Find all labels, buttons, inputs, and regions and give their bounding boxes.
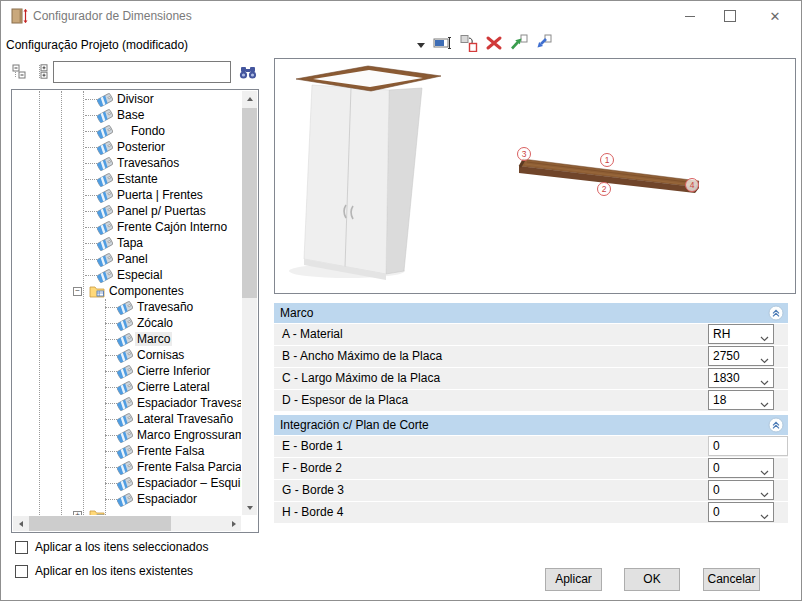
rename-configuration-button[interactable] <box>431 33 455 53</box>
tree-item-componentes[interactable]: −Componentes <box>13 283 241 299</box>
edge-badge-3: 3 <box>518 148 531 161</box>
tree-item-divisor[interactable]: Divisor <box>13 91 241 107</box>
expand-node-icon[interactable]: + <box>73 511 82 515</box>
tag-icon <box>117 364 133 378</box>
cancel-button[interactable]: Cancelar <box>703 568 760 591</box>
tree-horizontal-scrollbar[interactable] <box>13 516 241 531</box>
tree-item-espaciador[interactable]: Espaciador <box>13 491 241 507</box>
tree-connector-line <box>105 355 117 356</box>
property-dropdown[interactable]: 0 <box>708 458 774 478</box>
tree-connector-line <box>85 115 97 116</box>
property-input[interactable]: 0 <box>708 436 788 456</box>
property-label: H - Borde 4 <box>282 502 343 523</box>
tag-icon <box>97 204 113 218</box>
collapse-all-button[interactable] <box>11 61 27 83</box>
checkbox-icon[interactable] <box>15 565 28 578</box>
tree-item-folder[interactable]: + <box>13 507 241 515</box>
tree-item-marco[interactable]: Marco <box>13 331 241 347</box>
checkbox-icon[interactable] <box>15 541 28 554</box>
chevron-down-icon[interactable] <box>760 397 769 411</box>
configuration-dropdown-caret-icon[interactable] <box>417 43 425 48</box>
tree-search-input[interactable] <box>53 61 231 83</box>
tree-item-cornisas[interactable]: Cornisas <box>13 347 241 363</box>
find-button[interactable] <box>237 62 259 82</box>
vertical-scroll-thumb[interactable] <box>242 108 257 298</box>
scroll-down-button[interactable] <box>242 500 257 515</box>
edge-badge-2: 2 <box>598 183 611 196</box>
property-dropdown[interactable]: RH <box>708 324 774 344</box>
horizontal-scroll-thumb[interactable] <box>29 516 171 531</box>
tree-item-posterior[interactable]: Posterior <box>13 139 241 155</box>
property-dropdown[interactable]: 0 <box>708 502 774 522</box>
tree-item-frente-falsa-parcial[interactable]: Frente Falsa Parcial <box>13 459 241 475</box>
property-dropdown[interactable]: 18 <box>708 390 774 410</box>
tree-item-espaciador-esquine[interactable]: Espaciador – Esquine <box>13 475 241 491</box>
tree-item-cierre-inferior[interactable]: Cierre Inferior <box>13 363 241 379</box>
ok-button[interactable]: OK <box>624 568 680 591</box>
tree-item-fondo[interactable]: Fondo <box>13 123 241 139</box>
tree-item-cierre-lateral[interactable]: Cierre Lateral <box>13 379 241 395</box>
chevron-down-icon[interactable] <box>760 487 769 501</box>
tree-vertical-scrollbar[interactable] <box>242 91 257 515</box>
tag-icon <box>97 92 113 106</box>
chevron-down-icon[interactable] <box>760 509 769 523</box>
apply-existing-items-option[interactable]: Aplicar en los itens existentes <box>15 564 193 578</box>
title-bar: Configurador de Dimensiones ✕ <box>1 1 801 31</box>
tree-item-z-calo[interactable]: Zócalo <box>13 315 241 331</box>
collapse-section-icon[interactable] <box>768 417 784 433</box>
close-button[interactable]: ✕ <box>754 1 796 31</box>
tree-item-label: Cornisas <box>135 348 186 362</box>
apply-selected-items-option[interactable]: Aplicar a los itens seleccionados <box>15 540 208 554</box>
tree-item-lateral-travesa-o[interactable]: Lateral Travesaño <box>13 411 241 427</box>
import-configuration-button[interactable] <box>530 33 554 53</box>
tree-item-label: Marco <box>135 332 172 346</box>
scroll-right-button[interactable] <box>226 516 241 531</box>
chevron-down-icon[interactable] <box>760 375 769 389</box>
tree-item-marco-engrossurame[interactable]: Marco Engrossurame <box>13 427 241 443</box>
collapse-section-icon[interactable] <box>768 305 784 321</box>
tree-item-frente-falsa[interactable]: Frente Falsa <box>13 443 241 459</box>
copy-configuration-button[interactable] <box>457 33 481 53</box>
delete-configuration-button[interactable] <box>482 33 506 53</box>
tree-item-label: Zócalo <box>135 316 175 330</box>
tree-item-especial[interactable]: Especial <box>13 267 241 283</box>
scroll-up-button[interactable] <box>242 91 257 106</box>
export-configuration-button[interactable] <box>506 33 530 53</box>
tree-item-travesa-os[interactable]: Travesaños <box>13 155 241 171</box>
tree-item-label: Travesaños <box>115 156 181 170</box>
tree-item-estante[interactable]: Estante <box>13 171 241 187</box>
chevron-down-icon[interactable] <box>760 331 769 345</box>
chevron-down-icon[interactable] <box>760 353 769 367</box>
tag-icon <box>117 492 133 506</box>
property-dropdown[interactable]: 0 <box>708 480 774 500</box>
tag-icon <box>97 124 113 138</box>
collapse-node-icon[interactable]: − <box>73 287 82 296</box>
tree-item-tapa[interactable]: Tapa <box>13 235 241 251</box>
tag-icon <box>117 380 133 394</box>
folder-icon <box>89 284 105 298</box>
svg-text:3: 3 <box>522 149 527 159</box>
apply-button[interactable]: Aplicar <box>545 568 602 591</box>
section-marco: MarcoA - MaterialRHB - Ancho Máximo de l… <box>274 303 788 411</box>
section-integracion: Integración c/ Plan de CorteE - Borde 10… <box>274 415 788 523</box>
minimize-button[interactable] <box>669 1 711 31</box>
tree-item-frente-caj-n-interno[interactable]: Frente Cajón Interno <box>13 219 241 235</box>
property-row-d-espesor-de-la-placa: D - Espesor de la Placa18 <box>274 390 788 411</box>
maximize-button[interactable] <box>709 1 751 31</box>
tree-item-espaciador-travesa[interactable]: Espaciador Travesañ <box>13 395 241 411</box>
tag-icon <box>97 156 113 170</box>
property-dropdown[interactable]: 1830 <box>708 368 774 388</box>
scroll-left-button[interactable] <box>13 516 28 531</box>
3d-preview-panel[interactable]: 1234 <box>274 58 796 294</box>
property-dropdown[interactable]: 2750 <box>708 346 774 366</box>
tree-item-puerta-frentes[interactable]: Puerta | Frentes <box>13 187 241 203</box>
tree-item-base[interactable]: Base <box>13 107 241 123</box>
tree-item-panel[interactable]: Panel <box>13 251 241 267</box>
property-label: B - Ancho Máximo de la Placa <box>282 346 442 367</box>
tree-item-travesa-o[interactable]: Travesaño <box>13 299 241 315</box>
tree-item-panel-p-puertas[interactable]: Panel p/ Puertas <box>13 203 241 219</box>
delete-icon <box>485 35 503 51</box>
tree-connector-line <box>105 451 117 452</box>
expand-all-button[interactable] <box>35 61 51 83</box>
chevron-down-icon[interactable] <box>760 465 769 479</box>
